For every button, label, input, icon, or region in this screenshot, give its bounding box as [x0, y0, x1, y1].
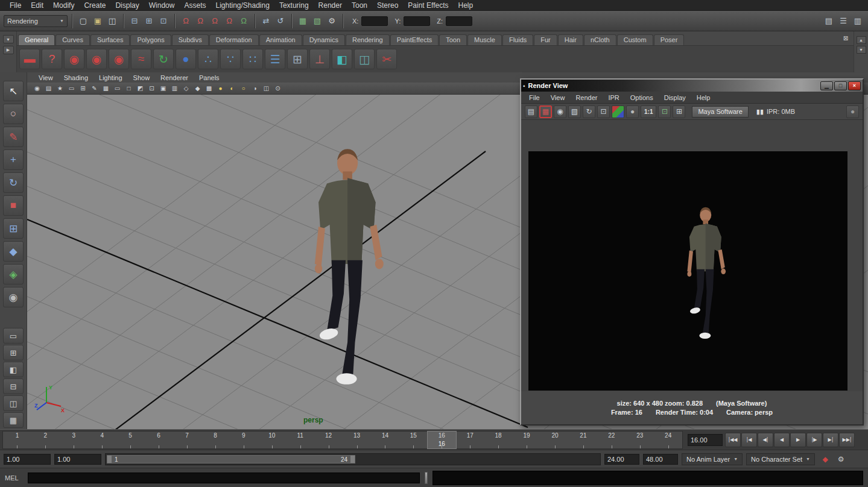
shelf-scroll-down-icon[interactable]: ▼: [857, 46, 866, 54]
resolution-gate-icon[interactable]: □: [124, 84, 134, 93]
last-tool-used[interactable]: ◉: [3, 287, 24, 307]
timeline-frame[interactable]: 2: [31, 432, 60, 448]
clapperboard-icon[interactable]: ▬: [19, 49, 40, 69]
play-forwards-button[interactable]: ▶: [790, 433, 806, 447]
timeline-frame[interactable]: 21: [569, 432, 597, 448]
play-backwards-button[interactable]: ◀: [774, 433, 790, 447]
grid-toggle-icon[interactable]: ▦: [101, 84, 111, 93]
move-tool[interactable]: +: [3, 149, 24, 170]
show-manipulator-tool[interactable]: ◈: [3, 264, 24, 284]
x-coordinate-input[interactable]: [361, 16, 388, 26]
character-model[interactable]: [290, 142, 402, 390]
layout-four-panes-button[interactable]: ⊞: [3, 345, 24, 360]
animation-preferences-icon[interactable]: ⚙: [834, 453, 847, 465]
refresh-ipr-icon[interactable]: ↻: [583, 105, 595, 118]
timeline-frame[interactable]: 1616: [428, 432, 456, 448]
timeline-frame[interactable]: 5: [116, 432, 145, 448]
shelf-tab[interactable]: Toon: [439, 34, 467, 45]
render-view-menu-item[interactable]: Help: [691, 94, 716, 101]
playback-start-field[interactable]: [54, 454, 101, 465]
shelf-tab[interactable]: Fur: [534, 34, 557, 45]
y-coordinate-input[interactable]: [404, 16, 430, 26]
shaded-icon[interactable]: ◆: [192, 84, 203, 93]
universal-manipulator-tool[interactable]: ⊞: [3, 218, 24, 239]
go-to-start-button[interactable]: |◀◀: [725, 433, 741, 447]
select-by-object-icon[interactable]: ⊞: [142, 14, 156, 28]
scale-tool[interactable]: ■: [3, 195, 24, 216]
shelf-tab[interactable]: nCloth: [584, 34, 616, 45]
render-settings-icon[interactable]: ⊡: [658, 105, 671, 118]
one-to-one-icon[interactable]: 1:1: [641, 105, 656, 118]
step-forward-frame-button[interactable]: ▶|: [823, 433, 838, 447]
shelf-menu-icon[interactable]: ▶: [3, 46, 14, 54]
render-view-menu-item[interactable]: View: [545, 94, 571, 101]
menubar-item[interactable]: Display: [110, 1, 144, 10]
timeline-frame[interactable]: 15: [399, 432, 428, 448]
timeline-frame[interactable]: 22: [597, 432, 626, 448]
panel-menu-item[interactable]: View: [33, 74, 59, 81]
wireframe-icon[interactable]: ◇: [181, 84, 191, 93]
character-set-selector[interactable]: No Character Set ▼: [746, 453, 815, 465]
help-icon[interactable]: ?: [42, 49, 62, 69]
ipr-render-icon[interactable]: ▧: [568, 105, 581, 118]
shelf-scroll-up-icon[interactable]: ▲: [857, 36, 866, 44]
shelf-tab[interactable]: Fluids: [502, 34, 533, 45]
menubar-item[interactable]: File: [5, 1, 26, 10]
camera-icon[interactable]: ◉: [64, 49, 84, 69]
graph-editor-icon[interactable]: ∷: [242, 49, 263, 69]
shelf-tab[interactable]: Surfaces: [90, 34, 130, 45]
render-view-menu-item[interactable]: Options: [625, 94, 659, 101]
timeline-frame[interactable]: 24: [654, 432, 682, 448]
command-line-input[interactable]: [28, 473, 420, 483]
timeline-frame[interactable]: 18: [484, 432, 513, 448]
tool-settings-toggle-icon[interactable]: ☰: [837, 14, 850, 28]
knife-icon[interactable]: ✂: [376, 49, 397, 69]
bookmark-icon[interactable]: ★: [55, 84, 65, 93]
panel-menu-item[interactable]: Shading: [59, 74, 93, 81]
current-time-field[interactable]: [688, 434, 723, 446]
timeline-frame[interactable]: 13: [343, 432, 371, 448]
image-plane-icon[interactable]: ▭: [66, 84, 77, 93]
render-current-frame-icon[interactable]: ▦: [296, 14, 309, 28]
snap-to-point-icon[interactable]: Ω: [208, 14, 221, 28]
shelf-tab[interactable]: Hair: [558, 34, 583, 45]
shelf-tab[interactable]: Poser: [654, 34, 685, 45]
make-live-icon[interactable]: Ω: [237, 14, 250, 28]
shelf-tab[interactable]: Animation: [259, 34, 302, 45]
2d-pan-zoom-icon[interactable]: ⊞: [78, 84, 88, 93]
arc-rotate-icon[interactable]: ↻: [153, 49, 174, 69]
timeline-frame[interactable]: 7: [173, 432, 201, 448]
snap-to-view-plane-icon[interactable]: Ω: [223, 14, 236, 28]
open-image-icon[interactable]: ▤: [525, 105, 537, 118]
default-light-icon[interactable]: ○: [238, 84, 249, 93]
range-start-handle[interactable]: [107, 456, 112, 463]
playback-range-bar[interactable]: 1 24: [107, 455, 355, 463]
hypergraph-hierarchy-icon[interactable]: ∴: [198, 49, 218, 69]
rotate-tool[interactable]: ↻: [3, 172, 24, 193]
menubar-item[interactable]: Paint Effects: [403, 1, 453, 10]
safe-title-icon[interactable]: ▥: [169, 84, 180, 93]
film-gate-icon[interactable]: ▭: [112, 84, 122, 93]
range-end-handle[interactable]: [350, 456, 355, 463]
menubar-item[interactable]: Stereo: [372, 1, 403, 10]
menubar-item[interactable]: Create: [79, 1, 110, 10]
delete-shelf-item-icon[interactable]: ⊠: [840, 33, 851, 43]
timeline-frame[interactable]: 14: [371, 432, 399, 448]
new-scene-icon[interactable]: ▢: [77, 14, 90, 28]
z-coordinate-input[interactable]: [446, 16, 472, 26]
xray-icon[interactable]: ◫: [261, 84, 271, 93]
layout-persp-outliner-button[interactable]: ◧: [3, 362, 24, 377]
menubar-item[interactable]: Window: [144, 1, 180, 10]
step-back-key-button[interactable]: ◀|: [758, 433, 773, 447]
timeline-strip[interactable]: 1234567891011121314151616171819202122232…: [2, 431, 683, 449]
timeline-frame[interactable]: 8: [201, 432, 229, 448]
layout-single-pane-button[interactable]: ▭: [3, 328, 24, 344]
shelf-tab[interactable]: General: [18, 34, 55, 45]
spreadsheet-icon[interactable]: ⊞: [287, 49, 308, 69]
timeline-frame[interactable]: 4: [88, 432, 116, 448]
layout-custom-button[interactable]: ▦: [3, 412, 24, 428]
range-slider-track[interactable]: 1 24: [105, 453, 601, 465]
menu-set-selector[interactable]: Rendering ▼: [4, 15, 68, 27]
alpha-channel-icon[interactable]: ●: [626, 105, 639, 118]
rgb-channels-icon[interactable]: [612, 105, 624, 118]
